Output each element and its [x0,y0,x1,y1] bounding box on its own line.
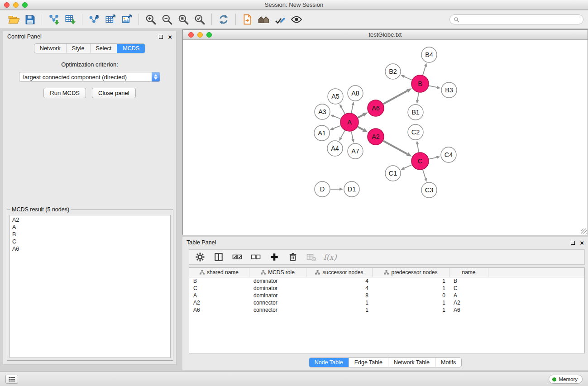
delete-column-button[interactable] [287,252,298,262]
minimize-network-button[interactable] [197,32,203,38]
table-row[interactable]: Adominator80A [189,292,584,299]
network-edge-B-B3[interactable] [429,86,441,89]
network-node-C[interactable]: C [411,152,429,170]
network-node-B1[interactable]: B1 [408,105,423,120]
network-edge-A-A6[interactable] [358,112,368,118]
mcds-result-item[interactable]: A2 [12,216,168,224]
zoom-network-button[interactable] [206,32,212,38]
network-edge-B-B2[interactable] [401,75,411,80]
table-row[interactable]: Bdominator41B [189,277,584,285]
network-edge-A-A7[interactable] [351,132,354,143]
network-node-A6[interactable]: A6 [368,100,384,116]
network-node-A5[interactable]: A5 [328,89,343,104]
close-table-panel-icon[interactable]: × [580,239,584,246]
tab-motifs[interactable]: Motifs [435,358,461,367]
mcds-result-item[interactable]: B [12,231,168,238]
zoom-in-button[interactable] [143,12,159,27]
network-node-A4[interactable]: A4 [327,141,343,156]
network-edge-A-A4[interactable] [339,130,345,141]
tab-edge-table[interactable]: Edge Table [349,358,388,367]
zoom-window-button[interactable] [22,2,28,8]
open-session-button[interactable] [5,12,22,27]
network-node-B2[interactable]: B2 [385,64,401,79]
home-button[interactable] [256,12,272,27]
float-table-panel-icon[interactable] [571,241,575,245]
add-column-button[interactable] [269,252,280,262]
mcds-result-list[interactable]: A2ABCA6 [10,215,171,358]
table-row[interactable]: A6connector11A6 [189,306,584,314]
network-node-B4[interactable]: B4 [421,47,437,62]
style-check-button[interactable] [272,12,288,27]
search-input[interactable] [462,16,579,23]
close-network-button[interactable] [188,32,194,38]
network-canvas-container[interactable]: B4B2BB3A5A8A6B1A3AA1C2A2A4A7CC4C1C3DD1 [183,40,588,235]
import-table-button[interactable] [62,12,78,27]
function-builder-button[interactable]: f(x) [325,252,335,262]
network-node-A8[interactable]: A8 [348,86,363,101]
tab-network[interactable]: Network [34,44,66,53]
select-all-button[interactable] [232,252,243,262]
network-edge-A6-B[interactable] [383,88,412,104]
network-edge-B-B4[interactable] [423,63,427,75]
run-mcds-button[interactable]: Run MCDS [43,88,86,98]
network-edge-A-A1[interactable] [330,126,341,130]
export-image-button[interactable] [119,12,135,27]
tab-node-table[interactable]: Node Table [309,358,349,367]
zoom-selected-button[interactable] [191,12,208,27]
network-node-A1[interactable]: A1 [314,125,330,141]
column-header-name[interactable]: name [449,268,488,277]
float-panel-icon[interactable] [159,35,163,39]
column-header-shared-name[interactable]: shared name [189,268,249,277]
network-edge-D-D1[interactable] [330,188,343,191]
network-node-B[interactable]: B [411,75,429,92]
network-edge-A2-C[interactable] [383,141,412,157]
show-columns-button[interactable] [213,252,224,262]
mcds-result-item[interactable]: A [12,224,168,231]
table-row[interactable]: A2connector11A2 [189,299,584,306]
network-canvas[interactable]: B4B2BB3A5A8A6B1A3AA1C2A2A4A7CC4C1C3DD1 [183,40,588,235]
table-settings-button[interactable] [195,252,206,262]
mcds-result-item[interactable]: A6 [12,245,168,253]
network-edge-B-B1[interactable] [416,93,419,104]
zoom-out-button[interactable] [159,12,175,27]
table-row[interactable]: Cdominator41C [189,285,584,292]
apply-layout-button[interactable] [215,12,232,27]
import-network-button[interactable] [46,12,62,27]
save-session-button[interactable] [22,12,38,27]
export-table-button[interactable] [102,12,119,27]
mcds-result-item[interactable]: C [12,238,168,245]
search-box[interactable] [449,14,583,24]
network-node-C1[interactable]: C1 [385,166,401,181]
deselect-all-button[interactable] [250,252,261,262]
network-edge-A-A2[interactable] [358,127,368,132]
column-header-predecessor-nodes[interactable]: predecessor nodes [373,268,449,277]
network-window-titlebar[interactable]: testGlobe.txt [183,30,588,40]
column-header-successor-nodes[interactable]: successor nodes [306,268,373,277]
first-neighbors-button[interactable] [239,12,256,27]
network-edge-C-C4[interactable] [429,156,440,159]
network-node-D[interactable]: D [315,181,330,197]
network-edge-C-C2[interactable] [416,141,419,152]
minimize-window-button[interactable] [13,2,19,8]
network-node-A[interactable]: A [340,113,359,131]
tab-mcds[interactable]: MCDS [117,44,145,53]
close-panel-icon[interactable]: × [168,33,172,40]
delete-table-button[interactable] [306,252,317,262]
network-edge-C-C3[interactable] [423,170,427,182]
network-node-D1[interactable]: D1 [344,181,359,197]
network-node-C4[interactable]: C4 [441,147,456,162]
tab-select[interactable]: Select [90,44,117,53]
network-edge-A-A8[interactable] [351,102,354,113]
export-network-button[interactable] [86,12,102,27]
network-node-A7[interactable]: A7 [348,143,363,159]
optimization-dropdown[interactable]: largest connected component (directed) [19,72,160,82]
column-header-mcds-role[interactable]: MCDS role [249,268,306,277]
close-window-button[interactable] [4,2,10,8]
zoom-fit-button[interactable] [175,12,191,27]
show-details-button[interactable] [288,12,305,27]
network-edge-A-A3[interactable] [330,115,341,119]
task-history-button[interactable] [5,375,18,384]
resize-grip-icon[interactable] [581,229,587,234]
network-node-C3[interactable]: C3 [421,182,437,198]
tab-network-table[interactable]: Network Table [388,358,435,367]
